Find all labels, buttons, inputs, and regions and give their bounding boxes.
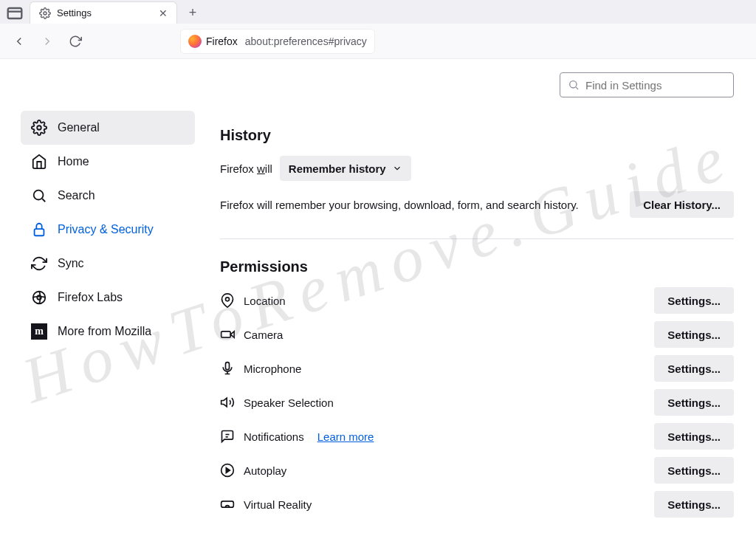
permissions-heading: Permissions [220,258,734,275]
sidebar-item-label: More from Mozilla [58,325,151,338]
svg-rect-20 [221,501,234,507]
location-icon [220,293,235,308]
perm-settings-button[interactable]: Settings... [654,491,734,518]
sync-icon [31,255,47,272]
dropdown-label: Remember history [289,162,386,175]
svg-point-9 [570,81,577,88]
search-icon [568,79,580,91]
svg-rect-0 [8,8,22,18]
sidebar-item-home[interactable]: Home [21,145,195,179]
perm-row-speaker: Speaker Selection Settings... [220,389,734,416]
reload-button[interactable] [63,30,87,53]
settings-search-input[interactable] [585,79,726,92]
search-icon [31,188,47,204]
history-prefix: Firefox will [220,162,272,175]
chevron-down-icon [392,163,402,173]
perm-row-camera: Camera Settings... [220,321,734,348]
sidebar-item-label: Privacy & Security [58,223,154,236]
lock-icon [31,221,47,238]
window-menu-icon[interactable] [4,3,25,24]
nav-toolbar: Firefox about:preferences#privacy [0,24,756,59]
home-icon [31,154,47,170]
perm-row-notifications: Notifications Learn more Settings... [220,423,734,450]
sidebar-item-label: General [58,121,100,134]
perm-row-location: Location Settings... [220,287,734,314]
sidebar-item-sync[interactable]: Sync [21,247,195,281]
svg-rect-14 [226,363,230,370]
history-description: Firefox will remember your browsing, dow… [220,199,579,211]
svg-marker-15 [221,398,227,407]
forward-button[interactable] [35,30,59,53]
gear-icon [31,120,47,136]
perm-label: Virtual Reality [244,498,312,511]
settings-main: History Firefox will Remember history Fi… [207,59,756,536]
sidebar-item-label: Firefox Labs [58,291,123,304]
tab-settings[interactable]: Settings ✕ [30,1,177,24]
svg-point-2 [44,12,47,15]
perm-label: Location [244,295,286,307]
perm-row-microphone: Microphone Settings... [220,355,734,382]
firefox-logo-icon [188,35,202,48]
perm-label: Autoplay [244,464,286,477]
perm-row-autoplay: Autoplay Settings... [220,457,734,484]
learn-more-link[interactable]: Learn more [317,430,374,443]
site-identity: Firefox [188,35,238,48]
sidebar-item-privacy[interactable]: Privacy & Security [21,213,195,247]
flask-icon [31,289,47,306]
perm-settings-button[interactable]: Settings... [654,321,734,348]
url-text: about:preferences#privacy [245,35,367,47]
perm-settings-button[interactable]: Settings... [654,389,734,416]
perm-settings-button[interactable]: Settings... [654,287,734,314]
perm-label: Speaker Selection [244,396,334,409]
microphone-icon [220,361,235,376]
sidebar-item-general[interactable]: General [21,111,195,145]
sidebar-item-label: Sync [58,257,84,270]
perm-row-vr: Virtual Reality Settings... [220,491,734,518]
history-mode-dropdown[interactable]: Remember history [280,156,411,181]
titlebar: Settings ✕ + [0,0,756,24]
camera-icon [220,327,235,342]
clear-history-button[interactable]: Clear History... [630,191,734,218]
section-divider [220,238,734,239]
gear-icon [39,7,51,19]
sidebar-item-more-mozilla[interactable]: m More from Mozilla [21,315,195,348]
sidebar-item-label: Search [58,189,95,202]
perm-label: Notifications [244,430,304,443]
autoplay-icon [220,463,235,478]
identity-label: Firefox [206,35,238,47]
settings-sidebar: General Home Search Privacy & Security S… [0,59,207,536]
vr-icon [220,497,235,512]
speaker-icon [220,395,235,410]
mozilla-icon: m [31,323,47,340]
sidebar-item-search[interactable]: Search [21,179,195,213]
tab-title: Settings [57,7,92,18]
notification-icon [220,429,235,444]
svg-rect-12 [221,331,231,337]
perm-settings-button[interactable]: Settings... [654,423,734,450]
svg-line-10 [576,87,578,89]
settings-search[interactable] [560,72,734,97]
svg-rect-6 [35,229,44,236]
url-bar[interactable]: Firefox about:preferences#privacy [180,29,375,54]
sidebar-item-labs[interactable]: Firefox Labs [21,281,195,315]
perm-settings-button[interactable]: Settings... [654,355,734,382]
svg-point-3 [37,126,41,130]
svg-line-5 [42,199,45,202]
new-tab-button[interactable]: + [182,1,204,24]
svg-marker-19 [226,468,230,473]
sidebar-item-label: Home [58,155,89,168]
history-heading: History [220,127,734,144]
svg-point-4 [34,190,44,200]
svg-point-11 [226,298,230,301]
perm-label: Microphone [244,363,301,375]
perm-label: Camera [244,329,283,341]
perm-settings-button[interactable]: Settings... [654,457,734,484]
back-button[interactable] [7,30,31,53]
tab-close-icon[interactable]: ✕ [159,7,168,19]
